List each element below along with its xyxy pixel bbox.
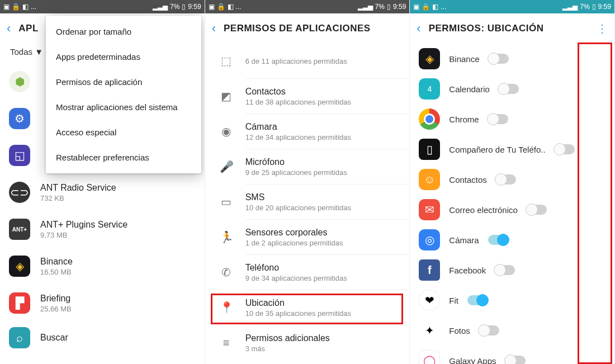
permission-sub: 1 de 2 aplicaciones permitidas [245,239,401,247]
menu-show-system[interactable]: Mostrar aplicaciones del sistema [46,94,201,120]
page-title: APL [18,23,39,34]
permission-row[interactable]: ⬚ 6 de 11 aplicaciones permitidas [205,44,410,78]
app-permission-row[interactable]: ◎ Cámara [410,225,614,255]
signal-icon: ▂▃▅ [153,3,168,11]
signal-icon: ▂▃▅ [562,3,578,11]
permission-row[interactable]: 🎤 Micrófono 9 de 25 aplicaciones permiti… [205,149,410,184]
menu-sort-by-size[interactable]: Ordenar por tamaño [46,19,201,44]
app-name: Chrome [449,115,479,124]
permission-sub: 11 de 38 aplicaciones permitidas [245,98,401,106]
panel-permissions: ▣ 🔒 ◧ ... ▂▃▅ 7% ▯ 9:59 ‹ PERMISOS DE AP… [205,0,410,364]
permission-sub: 10 de 35 aplicaciones permitidas [245,309,401,318]
battery-icon: ▯ [387,3,391,11]
app-row[interactable]: ⊂⊃ ANT Radio Service 732 KB [0,174,205,211]
app-size: 16,50 MB [40,268,196,276]
permission-toggle[interactable] [488,114,508,124]
app-row[interactable]: ▛ Briefing 25,66 MB [0,285,205,322]
app-name: Correo electrónico [449,205,518,215]
app-icon: ◈ [419,48,440,69]
status-icon: ◧ [228,3,234,11]
status-icon: 🔒 [422,3,430,11]
back-icon[interactable]: ‹ [417,21,420,36]
app-size: 25,66 MB [40,305,196,313]
permission-row[interactable]: ◩ Contactos 11 de 38 aplicaciones permit… [205,79,410,114]
permission-toggle[interactable] [527,205,547,215]
permission-row[interactable]: ≡ Permisos adicionales 3 más [205,325,410,360]
app-icon: ✦ [419,320,440,341]
app-permission-row[interactable]: ☺ Contactos [410,164,614,195]
app-name: Fit [449,296,458,305]
permission-icon: 🎤 [220,160,233,173]
permission-row[interactable]: 🏃 Sensores corporales 1 de 2 aplicacione… [205,220,410,254]
permission-icon: ⬚ [220,54,233,68]
clock: 9:59 [188,3,201,11]
app-icon: ⌕ [9,327,30,348]
status-icon: ◧ [432,3,438,11]
app-row[interactable]: ANT+ ANT+ Plugins Service 9,73 MB [0,211,205,248]
app-icon: f [419,259,440,281]
menu-app-permissions[interactable]: Permisos de aplicación [46,69,201,94]
battery-pct: 7% [375,3,385,11]
app-row[interactable]: ◈ Binance 16,50 MB [0,248,205,285]
permission-toggle[interactable] [505,356,526,364]
app-permission-row[interactable]: ▯ Compañero de Tu Teléfo.. [410,134,614,164]
app-icon: ANT+ [9,219,30,240]
app-icon: ▛ [9,292,30,314]
permission-icon: ✆ [220,266,233,279]
status-icon: ▣ [413,3,419,11]
app-name: Binance [40,257,196,267]
permission-toggle[interactable] [496,174,516,185]
permission-row[interactable]: ✆ Teléfono 9 de 34 aplicaciones permitid… [205,255,410,290]
app-permission-row[interactable]: ✦ Fotos [410,315,614,346]
permission-icon: ≡ [220,337,233,349]
app-icon: ▯ [419,139,440,160]
app-permission-row[interactable]: Chrome [410,104,614,134]
status-icon: 🔒 [12,3,20,11]
app-icon: ☺ [419,169,440,190]
app-permission-row[interactable]: f Facebook [410,255,614,285]
panel-apps: ▣ 🔒 ◧ ... ▂▃▅ 7% ▯ 9:59 ‹ APL Todas ▼ ⬢ … [0,0,205,364]
battery-icon: ▯ [182,3,186,11]
permission-name: Ubicación [245,298,401,308]
app-name: Briefing [40,294,196,304]
page-title: PERMISOS: UBICACIÓN [429,23,544,34]
app-permission-row[interactable]: ✉ Correo electrónico [410,195,614,225]
permission-name: Micrófono [245,157,401,167]
status-bar: ▣ 🔒 ◧ ... ▂▃▅ 7% ▯ 9:59 [410,0,614,13]
permission-toggle[interactable] [489,54,509,64]
app-row[interactable]: ⌕ Buscar [0,322,205,358]
app-permission-row[interactable]: 4 Calendario [410,74,614,104]
back-icon[interactable]: ‹ [212,21,216,36]
permission-icon: ◉ [220,125,233,138]
permission-toggle[interactable] [467,295,488,305]
clock: 9:59 [393,3,406,11]
menu-reset-prefs[interactable]: Restablecer preferencias [46,145,201,170]
battery-pct: 7% [580,3,589,11]
more-menu-icon[interactable]: ⋮ [597,22,608,35]
permission-toggle[interactable] [499,84,519,94]
overflow-menu: Ordenar por tamaño Apps predeterminadas … [46,16,201,173]
filter-label: Todas [10,47,32,56]
app-permission-row[interactable]: ◯ Galaxy Apps [410,346,614,364]
back-icon[interactable]: ‹ [7,21,11,36]
app-name: Fotos [449,326,470,335]
app-icon: ⊂⊃ [9,182,30,203]
permission-toggle[interactable] [488,235,508,245]
permission-toggle[interactable] [555,144,575,154]
chevron-down-icon: ▼ [35,47,43,56]
permission-row[interactable]: ◉ Cámara 12 de 34 aplicaciones permitida… [205,114,410,149]
app-permission-row[interactable]: ❤ Fit [410,285,614,315]
app-permission-row[interactable]: ◈ Binance [410,44,614,74]
permission-row[interactable]: ▭ SMS 10 de 20 aplicaciones permitidas [205,185,410,219]
status-icon: ▣ [209,3,215,11]
permission-row[interactable]: 📍 Ubicación 10 de 35 aplicaciones permit… [205,290,410,325]
status-icon: ... [441,3,446,11]
permission-toggle[interactable] [479,325,499,335]
permission-name: Contactos [245,87,401,97]
permission-toggle[interactable] [495,265,515,275]
menu-default-apps[interactable]: Apps predeterminadas [46,44,201,69]
app-name: Calendario [449,84,490,94]
app-icon: 4 [419,78,440,100]
menu-special-access[interactable]: Acceso especial [46,120,201,145]
status-icon: ◧ [22,3,29,11]
